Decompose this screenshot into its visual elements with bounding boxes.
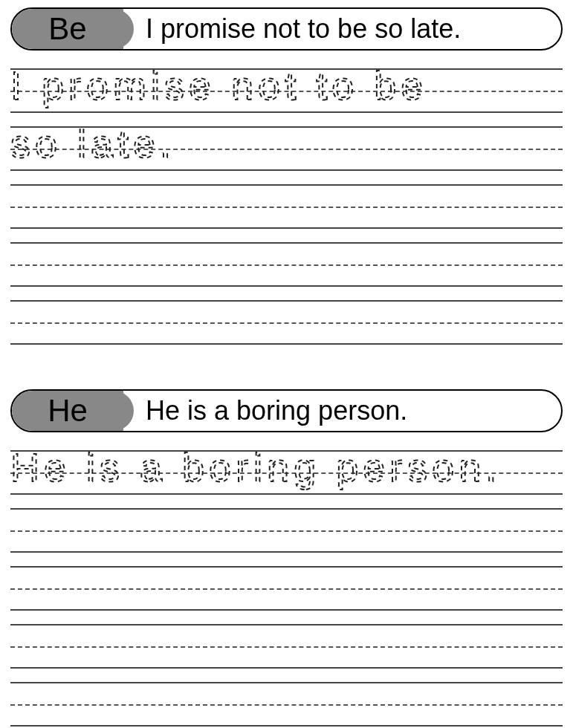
writing-line[interactable] (10, 508, 563, 553)
trace-text-svg: He is a boring person. (10, 446, 563, 490)
sight-word-pill: Be (12, 9, 123, 49)
example-sentence-text: I promise not to be so late. (146, 13, 461, 45)
sight-word-label: He (48, 393, 88, 429)
example-sentence: I promise not to be so late. (123, 9, 561, 49)
example-sentence-text: He is a boring person. (146, 395, 407, 426)
writing-block: I promise not to be so late. (10, 68, 563, 345)
example-sentence: He is a boring person. (123, 391, 561, 431)
trace-text-svg: I promise not to be (10, 64, 563, 108)
sight-word-pill: He (12, 391, 123, 431)
writing-line[interactable] (10, 682, 563, 727)
writing-line[interactable]: He is a boring person. (10, 450, 563, 495)
trace-text-svg: so late. (10, 122, 563, 166)
header-row: Be I promise not to be so late. (10, 7, 563, 51)
trace-line-1: I promise not to be (10, 64, 427, 108)
writing-line[interactable] (10, 566, 563, 611)
writing-line[interactable] (10, 184, 563, 229)
writing-line[interactable] (10, 624, 563, 669)
header-row: He He is a boring person. (10, 389, 563, 432)
writing-line[interactable]: so late. (10, 126, 563, 171)
worksheet-section: He He is a boring person. He is a boring… (10, 389, 563, 727)
trace-line-2: so late. (10, 122, 175, 166)
writing-line[interactable]: I promise not to be (10, 68, 563, 113)
writing-block: He is a boring person. (10, 450, 563, 727)
writing-line[interactable] (10, 300, 563, 345)
writing-line[interactable] (10, 242, 563, 287)
sight-word-label: Be (48, 11, 86, 47)
trace-line-1: He is a boring person. (10, 446, 501, 490)
worksheet-section: Be I promise not to be so late. I promis… (10, 7, 563, 345)
